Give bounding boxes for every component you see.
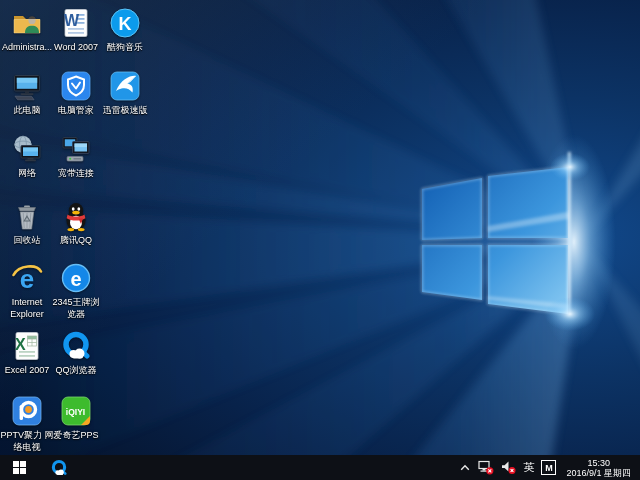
icon-label: 爱奇艺PPS: [48, 429, 104, 441]
pc-manager-shield-icon: [60, 70, 92, 102]
desktop-icon-word-2007[interactable]: W Word 2007: [51, 7, 101, 53]
icon-label: PPTV聚力 网络电视: [0, 429, 55, 453]
desktop-icon-pc-manager[interactable]: 电脑管家: [51, 70, 101, 116]
svg-text:W: W: [64, 12, 80, 29]
icon-label: 网络: [0, 167, 55, 179]
network-disconnected-icon: [478, 460, 494, 475]
volume-button[interactable]: [501, 455, 516, 480]
xunlei-bird-icon: [109, 70, 141, 102]
desktop-icon-grid: Administra... W Word 2007 K 酷狗音乐: [2, 0, 640, 455]
icon-label: Word 2007: [48, 41, 104, 53]
word-2007-icon: W: [60, 7, 92, 39]
qq-penguin-icon: [60, 200, 92, 232]
desktop-icon-broadband[interactable]: 宽带连接: [51, 133, 101, 179]
icon-label: 迅雷极速版: [97, 104, 153, 116]
network-status-button[interactable]: [478, 455, 494, 480]
desktop-icon-qq-browser[interactable]: QQ浏览器: [51, 330, 101, 376]
desktop-icon-internet-explorer[interactable]: e Internet Explorer: [2, 262, 52, 320]
icon-label: 宽带连接: [48, 167, 104, 179]
svg-text:X: X: [15, 336, 26, 353]
taskbar: 英 M 15:30 2016/9/1 星期四: [0, 455, 640, 480]
windows-logo-icon: [13, 461, 26, 474]
internet-explorer-icon: e: [11, 262, 43, 294]
user-folder-icon: [11, 7, 43, 39]
desktop-icon-this-pc[interactable]: 此电脑: [2, 70, 52, 116]
icon-label: 酷狗音乐: [97, 41, 153, 53]
start-button[interactable]: [0, 455, 38, 480]
ime-mode-label: M: [541, 460, 556, 475]
clock-time: 15:30: [566, 458, 631, 468]
icon-label: Administra...: [0, 41, 55, 53]
qq-browser-icon: [50, 459, 68, 477]
desktop-icon-browser-2345[interactable]: e 2345王牌浏览器: [51, 262, 101, 320]
icon-label: Internet Explorer: [0, 296, 55, 320]
icon-label: Excel 2007: [0, 364, 55, 376]
clock-date: 2016/9/1 星期四: [566, 468, 631, 478]
iqiyi-pps-icon: iQIYI: [60, 395, 92, 427]
excel-2007-icon: X: [11, 330, 43, 362]
svg-text:iQIYI: iQIYI: [66, 407, 85, 417]
svg-text:K: K: [119, 14, 132, 34]
pptv-icon: [11, 395, 43, 427]
browser-2345-icon: e: [60, 262, 92, 294]
desktop-icon-network[interactable]: 网络: [2, 133, 52, 179]
desktop-icon-tencent-qq[interactable]: 腾讯QQ: [51, 200, 101, 246]
chevron-up-icon: [459, 462, 471, 474]
volume-muted-icon: [501, 460, 516, 475]
icon-label: 电脑管家: [48, 104, 104, 116]
taskbar-clock[interactable]: 15:30 2016/9/1 星期四: [563, 458, 637, 478]
desktop-icon-excel-2007[interactable]: X Excel 2007: [2, 330, 52, 376]
broadband-connection-icon: [60, 133, 92, 165]
tray-overflow-button[interactable]: [459, 455, 471, 480]
recycle-bin-icon: [11, 200, 43, 232]
desktop-icon-recycle-bin[interactable]: 回收站: [2, 200, 52, 246]
icon-label: 腾讯QQ: [48, 234, 104, 246]
icon-label: 2345王牌浏览器: [48, 296, 104, 320]
icon-label: 回收站: [0, 234, 55, 246]
language-indicator[interactable]: 英: [523, 455, 534, 480]
svg-text:e: e: [70, 268, 81, 290]
system-tray: 英 M 15:30 2016/9/1 星期四: [459, 455, 640, 480]
this-pc-icon: [11, 70, 43, 102]
desktop-icon-iqiyi-pps[interactable]: iQIYI 爱奇艺PPS: [51, 395, 101, 441]
desktop-icon-pptv[interactable]: PPTV聚力 网络电视: [2, 395, 52, 453]
ime-mode-button[interactable]: M: [541, 455, 556, 480]
qq-browser-icon: [60, 330, 92, 362]
icon-label: QQ浏览器: [48, 364, 104, 376]
icon-label: 此电脑: [0, 104, 55, 116]
kugou-music-icon: K: [109, 7, 141, 39]
desktop-icon-administrator[interactable]: Administra...: [2, 7, 52, 53]
network-globe-icon: [11, 133, 43, 165]
desktop-icon-kugou-music[interactable]: K 酷狗音乐: [100, 7, 150, 53]
desktop-icon-xunlei[interactable]: 迅雷极速版: [100, 70, 150, 116]
taskbar-qq-browser-button[interactable]: [44, 455, 74, 480]
